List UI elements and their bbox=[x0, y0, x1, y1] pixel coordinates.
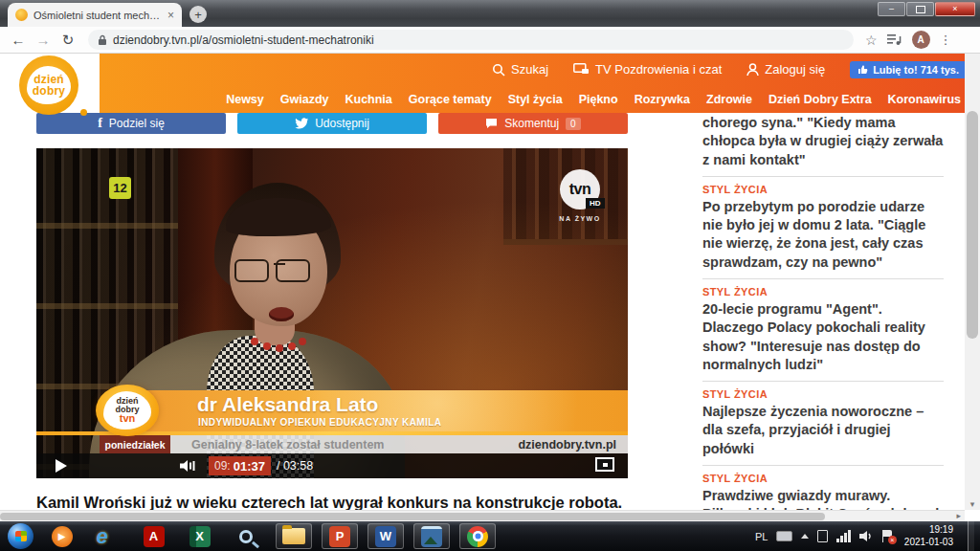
nav-item-gorace-tematy[interactable]: Gorące tematy bbox=[409, 93, 492, 106]
powerpoint-taskbar-button[interactable]: P bbox=[322, 523, 358, 549]
article-title[interactable]: Po przebytym po porodzie udarze nie było… bbox=[702, 198, 944, 272]
logo-text-2: dobry bbox=[33, 85, 65, 97]
article-lead: Kamil Wroński już w wieku czterech lat w… bbox=[36, 494, 634, 510]
player-controls: 09: 01:37 / 03:58 bbox=[36, 453, 628, 478]
search-icon bbox=[492, 63, 505, 77]
internet-explorer-icon[interactable]: e bbox=[90, 524, 114, 548]
nav-item-styl-zycia[interactable]: Styl życia bbox=[508, 93, 563, 106]
excel-icon[interactable]: X bbox=[188, 524, 212, 548]
time-current: 09: 01:37 bbox=[209, 456, 271, 475]
nav-item-gwiazdy[interactable]: Gwiazdy bbox=[280, 93, 329, 106]
list-item[interactable]: chorego syna." "Kiedy mama chłopca była … bbox=[702, 114, 944, 169]
share-twitter-button[interactable]: Udostępnij bbox=[237, 113, 427, 134]
browser-tab-bar: Ośmioletni student mechatroniki × + – × bbox=[0, 0, 980, 27]
current-time: 01:37 bbox=[234, 459, 265, 474]
start-button[interactable] bbox=[8, 523, 33, 549]
category-label[interactable]: STYL ŻYCIA bbox=[702, 286, 944, 298]
tv-greetings-link[interactable]: TV Pozdrowienia i czat bbox=[573, 62, 722, 77]
new-tab-button[interactable]: + bbox=[189, 6, 207, 23]
list-item[interactable]: STYL ŻYCIA 20-lecie programu "Agent". Dl… bbox=[702, 286, 944, 374]
horizontal-scrollbar[interactable]: ▸ bbox=[0, 510, 965, 521]
vertical-scrollbar-thumb[interactable] bbox=[967, 111, 978, 339]
scroll-right-arrow-icon[interactable]: ▸ bbox=[956, 511, 961, 520]
powerpoint-icon: P bbox=[329, 526, 350, 547]
nav-item-dzien-dobry-extra[interactable]: Dzień Dobry Extra bbox=[768, 93, 872, 106]
list-item[interactable]: STYL ŻYCIA Najlepsze życzenia noworoczne… bbox=[702, 388, 944, 458]
article-title[interactable]: 20-lecie programu "Agent". Dlaczego Pola… bbox=[702, 300, 944, 374]
user-icon bbox=[746, 63, 759, 77]
tv-icon bbox=[573, 63, 590, 76]
action-center-flag-icon[interactable]: × bbox=[881, 530, 894, 542]
maximize-button[interactable] bbox=[906, 2, 934, 16]
magnifier-tool-icon[interactable] bbox=[234, 524, 257, 548]
article-title[interactable]: chorego syna." "Kiedy mama chłopca była … bbox=[702, 114, 944, 169]
login-label: Zaloguj się bbox=[765, 62, 825, 77]
bookmark-star-icon[interactable]: ☆ bbox=[865, 33, 878, 48]
profile-avatar[interactable]: A bbox=[912, 31, 930, 49]
show-desktop-button[interactable] bbox=[968, 521, 974, 551]
scroll-down-arrow-icon[interactable]: ▾ bbox=[965, 499, 980, 509]
category-label[interactable]: STYL ŻYCIA bbox=[702, 184, 944, 195]
media-controls-icon[interactable] bbox=[887, 33, 902, 46]
site-logo[interactable]: dzień dobry bbox=[0, 54, 100, 113]
address-bar[interactable]: dziendobry.tvn.pl/a/osmioletni-student-m… bbox=[88, 30, 854, 50]
fullscreen-button[interactable] bbox=[595, 457, 614, 472]
back-button[interactable]: ← bbox=[6, 32, 31, 48]
search-link[interactable]: Szukaj bbox=[492, 62, 548, 77]
acrobat-icon[interactable]: A bbox=[142, 524, 166, 548]
divider bbox=[702, 278, 944, 279]
nav-item-koronawirus[interactable]: Koronawirus bbox=[888, 93, 961, 106]
list-item[interactable]: STYL ŻYCIA Prawdziwe gwiazdy murawy. Pił… bbox=[702, 473, 944, 510]
share-twitter-label: Udostępnij bbox=[315, 117, 369, 130]
photo-viewer-taskbar-button[interactable] bbox=[413, 523, 450, 549]
play-button[interactable] bbox=[56, 459, 67, 473]
nav-item-kuchnia[interactable]: Kuchnia bbox=[345, 93, 391, 106]
share-comment-label: Skomentuj bbox=[504, 117, 559, 130]
nav-item-rozrywka[interactable]: Rozrywka bbox=[635, 93, 690, 106]
share-facebook-label: Podziel się bbox=[109, 117, 165, 130]
login-link[interactable]: Zaloguj się bbox=[746, 62, 825, 77]
nav-item-newsy[interactable]: Newsy bbox=[226, 93, 264, 106]
browser-menu-icon[interactable]: ⋮ bbox=[940, 33, 952, 47]
reload-button[interactable]: ↻ bbox=[56, 32, 80, 49]
nav-item-piekno[interactable]: Piękno bbox=[579, 93, 618, 106]
ticker-day: poniedziałek bbox=[100, 435, 170, 453]
close-button[interactable]: × bbox=[935, 2, 975, 16]
word-icon: W bbox=[375, 526, 396, 547]
forward-button[interactable]: → bbox=[31, 32, 56, 48]
minimize-button[interactable]: – bbox=[878, 2, 905, 16]
keyboard-icon[interactable] bbox=[776, 531, 792, 541]
hidden-icons-arrow[interactable] bbox=[801, 534, 809, 539]
tab-close-icon[interactable]: × bbox=[167, 10, 174, 21]
category-label[interactable]: STYL ŻYCIA bbox=[702, 388, 944, 400]
clipboard-tray-icon[interactable] bbox=[817, 530, 828, 542]
horizontal-scrollbar-thumb[interactable] bbox=[0, 513, 825, 520]
explorer-taskbar-button[interactable] bbox=[276, 523, 312, 549]
padlock-icon bbox=[98, 34, 107, 46]
browser-toolbar: ← → ↻ dziendobry.tvn.pl/a/osmioletni-stu… bbox=[0, 27, 980, 54]
chrome-taskbar-button[interactable] bbox=[459, 523, 496, 549]
speaker-icon[interactable] bbox=[859, 530, 873, 542]
facebook-like-button[interactable]: Lubię to! 714 tys. bbox=[850, 61, 967, 78]
category-label[interactable]: STYL ŻYCIA bbox=[702, 473, 944, 484]
word-taskbar-button[interactable]: W bbox=[368, 523, 404, 549]
divider bbox=[702, 465, 944, 466]
volume-icon[interactable] bbox=[180, 459, 195, 473]
nav-item-zdrowie[interactable]: Zdrowie bbox=[706, 93, 752, 106]
person-glasses bbox=[234, 259, 310, 282]
video-player[interactable]: 12 tvn HD NA ŻYWO dr Aleksandra Lato IND… bbox=[36, 148, 628, 478]
share-facebook-button[interactable]: f Podziel się bbox=[36, 113, 226, 134]
speaker-role: INDYWIDUALNY OPIEKUN EDUKACYJNY KAMILA bbox=[198, 417, 441, 428]
media-player-icon[interactable]: ▶ bbox=[50, 524, 74, 548]
article-title[interactable]: Najlepsze życzenia noworoczne – dla szef… bbox=[702, 403, 944, 458]
language-indicator[interactable]: PL bbox=[755, 531, 768, 542]
vertical-scrollbar[interactable]: ▾ bbox=[965, 54, 980, 510]
logo-dot bbox=[80, 109, 87, 116]
share-comment-button[interactable]: Skomentuj 0 bbox=[438, 113, 628, 134]
taskbar-clock[interactable]: 19:19 2021-01-03 bbox=[904, 524, 953, 548]
list-item[interactable]: STYL ŻYCIA Po przebytym po porodzie udar… bbox=[702, 184, 944, 272]
browser-tab[interactable]: Ośmioletni student mechatroniki × bbox=[8, 3, 182, 27]
network-signal-icon[interactable] bbox=[836, 530, 851, 542]
window-controls: – × bbox=[878, 2, 975, 16]
article-title[interactable]: Prawdziwe gwiazdy murawy. Piłkarski klub… bbox=[702, 487, 944, 510]
